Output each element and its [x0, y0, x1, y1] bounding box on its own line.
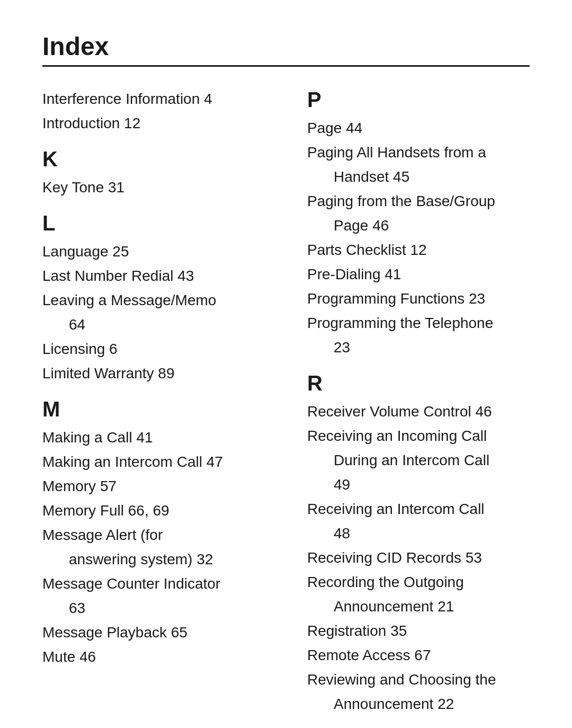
index-entry: Announcement 22: [307, 693, 530, 715]
index-entry: 23: [307, 336, 530, 359]
section-letter: P: [307, 88, 530, 112]
index-entry: Introduction 12: [42, 112, 265, 135]
index-entry: Reviewing and Choosing the: [307, 669, 530, 691]
index-entry: Paging from the Base/Group: [307, 190, 530, 212]
section-block: PPage 44Paging All Handsets from aHandse…: [307, 88, 530, 359]
index-entry: Receiver Volume Control 46: [307, 401, 530, 423]
section-letter: L: [42, 211, 265, 235]
section-block: LLanguage 25Last Number Redial 43Leaving…: [42, 211, 265, 385]
index-entry: 64: [42, 314, 265, 336]
index-entry: Remote Access 67: [307, 644, 530, 667]
index-entry: 63: [42, 597, 265, 619]
index-entry: 49: [307, 474, 530, 496]
index-entry: Making a Call 41: [42, 427, 265, 449]
section-letter: R: [307, 371, 530, 395]
index-entry: Announcement 21: [307, 596, 530, 618]
index-entry: Pre-Dialing 41: [307, 263, 530, 286]
section-letter: K: [42, 147, 265, 171]
index-entry: Mute 46: [42, 646, 265, 668]
index-entry: Message Alert (for: [42, 524, 265, 546]
title-divider: [42, 65, 530, 67]
left-column: Interference Information 4Introduction 1…: [42, 88, 275, 728]
index-entry: Making an Intercom Call 47: [42, 451, 265, 473]
index-entry: Message Counter Indicator: [42, 573, 265, 595]
index-entry: During an Intercom Call: [307, 449, 530, 472]
index-entry: Registration 35: [307, 620, 530, 642]
right-column: PPage 44Paging All Handsets from aHandse…: [297, 88, 530, 728]
index-entry: 48: [307, 522, 530, 545]
index-columns: Interference Information 4Introduction 1…: [42, 88, 530, 728]
index-entry: Leaving a Message/Memo: [42, 289, 265, 312]
index-entry: Recording the Outgoing: [307, 571, 530, 593]
section-block: Interference Information 4Introduction 1…: [42, 88, 265, 135]
index-entry: Programming the Telephone: [307, 312, 530, 334]
index-entry: Licensing 6: [42, 338, 265, 360]
section-block: KKey Tone 31: [42, 147, 265, 199]
index-entry: Receiving an Incoming Call: [307, 425, 530, 447]
index-entry: Key Tone 31: [42, 176, 265, 199]
index-entry: Message Playback 65: [42, 622, 265, 644]
index-entry: Memory Full 66, 69: [42, 500, 265, 522]
section-block: MMaking a Call 41Making an Intercom Call…: [42, 397, 265, 668]
index-entry: Last Number Redial 43: [42, 265, 265, 287]
index-entry: Page 46: [307, 215, 530, 237]
index-entry: Memory 57: [42, 475, 265, 498]
index-entry: Limited Warranty 89: [42, 362, 265, 385]
section-block: RReceiver Volume Control 46Receiving an …: [307, 371, 530, 715]
index-entry: Language 25: [42, 241, 265, 263]
index-entry: Parts Checklist 12: [307, 239, 530, 261]
index-entry: Interference Information 4: [42, 88, 265, 110]
section-letter: M: [42, 397, 265, 421]
index-entry: Paging All Handsets from a: [307, 141, 530, 164]
index-entry: Receiving CID Records 53: [307, 547, 530, 569]
index-entry: Page 44: [307, 117, 530, 139]
page-title: Index: [42, 32, 530, 61]
index-entry: Receiving an Intercom Call: [307, 498, 530, 520]
index-entry: answering system) 32: [42, 548, 265, 571]
index-entry: Programming Functions 23: [307, 288, 530, 310]
index-entry: Handset 45: [307, 166, 530, 188]
